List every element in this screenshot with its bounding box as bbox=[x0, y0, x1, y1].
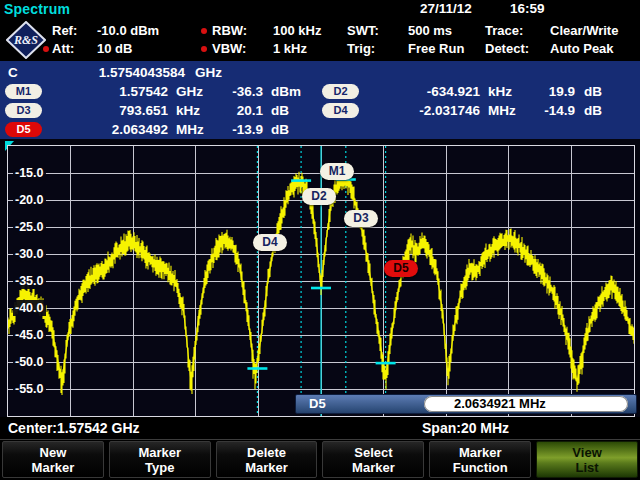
detect-label: Detect: bbox=[485, 40, 529, 57]
d3-freq: 793.651 bbox=[40, 101, 168, 120]
vbw-value: 1 kHz bbox=[273, 40, 307, 57]
y-tick-label: -20.0 bbox=[13, 192, 46, 208]
spectrum-analyzer-screen: Spectrum 27/11/12 16:59 R&S Ref: -10.0 d… bbox=[0, 0, 640, 480]
swt-label: SWT: bbox=[347, 22, 379, 39]
marker-badge-d3: D3 bbox=[5, 103, 42, 118]
time-display: 16:59 bbox=[510, 0, 545, 18]
detect-value: Auto Peak bbox=[550, 40, 614, 57]
m1-freq-unit: GHz bbox=[176, 82, 203, 101]
svg-text:R&S: R&S bbox=[13, 33, 38, 47]
d5-level-unit: dB bbox=[271, 120, 289, 139]
d4-freq-unit: MHz bbox=[488, 101, 516, 120]
settings-header: R&S Ref: -10.0 dBm Att: 10 dB RBW: 100 k… bbox=[0, 18, 640, 61]
softkey-view-list[interactable]: ViewList bbox=[536, 441, 638, 478]
d4-level-unit: dB bbox=[584, 101, 602, 120]
entry-value-input[interactable]: 2.0634921 MHz bbox=[424, 396, 628, 412]
y-tick-label: -25.0 bbox=[13, 219, 46, 235]
marker-row-m1-d2: M1 1.57542 GHz -36.3 dBm D2 -634.921 kHz… bbox=[0, 82, 640, 101]
title-bar: Spectrum 27/11/12 16:59 bbox=[0, 0, 640, 18]
d5-freq: 2.063492 bbox=[40, 120, 168, 139]
softkey-new-marker[interactable]: NewMarker bbox=[2, 441, 104, 478]
span-value: Span:20 MHz bbox=[422, 417, 509, 439]
center-freq-unit: GHz bbox=[195, 63, 222, 82]
freq-footer: Center:1.57542 GHz Span:20 MHz bbox=[0, 417, 640, 439]
marker-entry-bar: D5 2.0634921 MHz bbox=[295, 394, 637, 414]
spectrum-chart-area: -15.0-20.0-25.0-30.0-35.0-40.0-45.0-50.0… bbox=[0, 139, 640, 420]
d2-freq: -634.921 bbox=[360, 82, 480, 101]
marker-table: C 1.5754043584 GHz M1 1.57542 GHz -36.3 … bbox=[0, 61, 640, 139]
m1-freq: 1.57542 bbox=[40, 82, 168, 101]
softkey-delete-marker[interactable]: DeleteMarker bbox=[216, 441, 318, 478]
d2-level: 19.9 bbox=[515, 82, 575, 101]
rbw-label: RBW: bbox=[212, 22, 247, 39]
att-label: Att: bbox=[52, 40, 74, 57]
d4-freq: -2.031746 bbox=[360, 101, 480, 120]
entry-label: D5 bbox=[309, 395, 326, 413]
softkey-select-marker[interactable]: SelectMarker bbox=[322, 441, 424, 478]
m1-level-unit: dBm bbox=[271, 82, 301, 101]
y-tick-label: -45.0 bbox=[13, 327, 46, 343]
rbw-coupling-dot bbox=[201, 28, 207, 34]
center-frequency: Center:1.57542 GHz bbox=[8, 417, 140, 439]
trace-mode-value: Clear/Write bbox=[550, 22, 618, 39]
swt-value: 500 ms bbox=[408, 22, 452, 39]
marker-badge-d2: D2 bbox=[322, 84, 359, 99]
vbw-coupling-dot bbox=[201, 46, 207, 52]
ref-value: -10.0 dBm bbox=[97, 22, 159, 39]
center-row-label: C bbox=[8, 63, 18, 82]
marker-badge-d4: D4 bbox=[322, 103, 359, 118]
y-tick-label: -50.0 bbox=[13, 354, 46, 370]
trig-label: Trig: bbox=[347, 40, 375, 57]
marker-badge-d5: D5 bbox=[5, 122, 42, 137]
m1-level: -36.3 bbox=[200, 82, 263, 101]
d3-level: 20.1 bbox=[200, 101, 263, 120]
d2-freq-unit: kHz bbox=[488, 82, 512, 101]
trig-value: Free Run bbox=[408, 40, 464, 57]
marker-row-d5: D5 2.063492 MHz -13.9 dB bbox=[0, 120, 640, 139]
marker-row-d3-d4: D3 793.651 kHz 20.1 dB D4 -2.031746 MHz … bbox=[0, 101, 640, 120]
d3-freq-unit: kHz bbox=[176, 101, 200, 120]
center-freq-row: C 1.5754043584 GHz bbox=[0, 63, 640, 82]
ref-label: Ref: bbox=[52, 22, 77, 39]
softkey-bar: NewMarker MarkerType DeleteMarker Select… bbox=[0, 439, 640, 480]
att-value: 10 dB bbox=[97, 40, 132, 57]
trace-plot bbox=[8, 146, 634, 416]
att-coupling-dot bbox=[43, 46, 49, 52]
center-freq-value: 1.5754043584 bbox=[50, 63, 185, 82]
d2-level-unit: dB bbox=[584, 82, 602, 101]
rs-logo: R&S bbox=[6, 21, 46, 59]
y-tick-label: -40.0 bbox=[13, 300, 46, 316]
y-tick-label: -15.0 bbox=[13, 165, 46, 181]
rbw-value: 100 kHz bbox=[273, 22, 321, 39]
y-tick-label: -30.0 bbox=[13, 246, 46, 262]
d5-level: -13.9 bbox=[200, 120, 263, 139]
y-tick-label: -55.0 bbox=[13, 381, 46, 397]
softkey-marker-function[interactable]: MarkerFunction bbox=[429, 441, 531, 478]
date-display: 27/11/12 bbox=[420, 0, 472, 18]
d3-level-unit: dB bbox=[271, 101, 289, 120]
vbw-label: VBW: bbox=[212, 40, 246, 57]
y-tick-label: -35.0 bbox=[13, 273, 46, 289]
marker-badge-m1: M1 bbox=[5, 84, 42, 99]
mode-title: Spectrum bbox=[4, 0, 70, 18]
graticule: -15.0-20.0-25.0-30.0-35.0-40.0-45.0-50.0… bbox=[7, 145, 635, 417]
trace-mode-label: Trace: bbox=[485, 22, 523, 39]
d4-level: -14.9 bbox=[515, 101, 575, 120]
softkey-marker-type[interactable]: MarkerType bbox=[109, 441, 211, 478]
